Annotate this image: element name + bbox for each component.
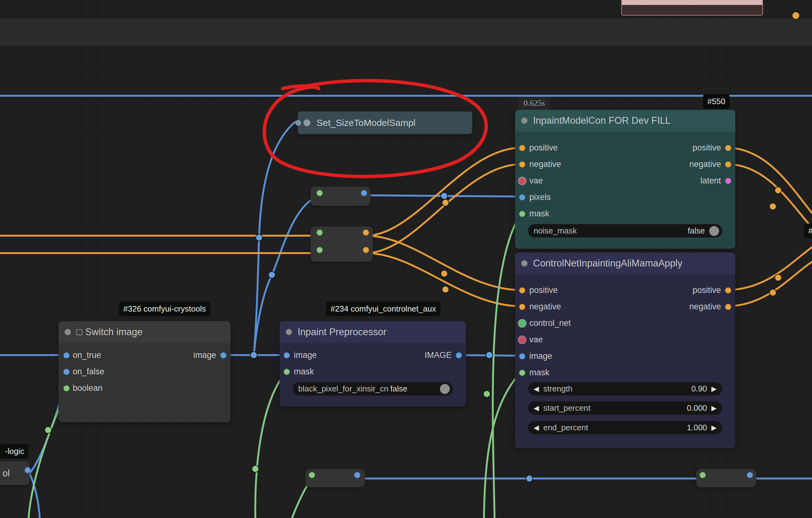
node-editor-canvas[interactable]: Set_SizeToModelSampl 0.625s #550 Inpaint… bbox=[0, 0, 812, 518]
link-dot bbox=[442, 199, 449, 206]
widget-strength[interactable]: ◀ strength 0.90 ▶ bbox=[528, 382, 722, 396]
collapse-dot-icon[interactable] bbox=[303, 119, 310, 126]
node-id-badge: -logic bbox=[0, 444, 29, 459]
wire-reroute-to-inpaint-pos-orange bbox=[366, 148, 522, 236]
wire-reroute-to-inpaint-neg-orange bbox=[366, 164, 522, 253]
node-header[interactable]: InpaintModelCon FOR Dev FILL bbox=[515, 110, 735, 132]
input-port-positive[interactable] bbox=[519, 287, 525, 294]
input-port-boolean[interactable] bbox=[63, 385, 69, 391]
port-row: on_false bbox=[58, 363, 231, 380]
collapse-dot-icon[interactable] bbox=[521, 117, 527, 124]
input-port-control-net[interactable] bbox=[519, 320, 525, 326]
input-port-pixels[interactable] bbox=[519, 194, 525, 200]
port-row: pixels bbox=[515, 189, 735, 206]
node-set-size-to-model-sampler[interactable]: Set_SizeToModelSampl bbox=[298, 111, 472, 134]
port-row: mask bbox=[280, 363, 466, 380]
collapse-dot-icon[interactable] bbox=[521, 260, 527, 267]
reroute-node[interactable] bbox=[311, 187, 370, 206]
output-port-dot[interactable] bbox=[363, 229, 369, 236]
output-port-dot[interactable] bbox=[354, 472, 360, 478]
output-port-dot[interactable] bbox=[363, 247, 369, 253]
partial-node-top-right[interactable] bbox=[621, 0, 763, 16]
node-inpaint-model-conditioning[interactable]: InpaintModelCon FOR Dev FILL positive po… bbox=[515, 110, 735, 249]
wire-cn-neg-out-orange bbox=[727, 262, 812, 306]
node-header[interactable]: ControlNetInpaintingAliMamaApply bbox=[515, 252, 735, 274]
port-row: image IMAGE bbox=[280, 347, 466, 363]
link-dot bbox=[775, 187, 782, 194]
reroute-node-bottom-left[interactable] bbox=[306, 469, 365, 487]
link-dot bbox=[483, 390, 490, 398]
input-port-negative[interactable] bbox=[519, 161, 525, 168]
node-header[interactable]: □ Switch image bbox=[58, 321, 231, 343]
node-header[interactable]: Inpaint Preprocessor bbox=[280, 321, 466, 343]
output-port-positive[interactable] bbox=[725, 145, 731, 151]
node-switch-image[interactable]: □ Switch image on_true image on_false bo… bbox=[58, 321, 231, 422]
output-port-image[interactable] bbox=[456, 352, 462, 358]
input-port-image[interactable] bbox=[284, 352, 290, 358]
widget-black-pixel-toggle[interactable]: black_pixel_for_xinsir_cn false bbox=[293, 382, 453, 396]
node-title: Switch image bbox=[85, 326, 143, 338]
collapse-dot-icon[interactable] bbox=[286, 329, 292, 335]
widget-end-percent[interactable]: ◀ end_percent 1.000 ▶ bbox=[528, 421, 722, 434]
increment-arrow-icon[interactable]: ▶ bbox=[712, 385, 717, 393]
input-port-mask[interactable] bbox=[519, 370, 525, 376]
input-port-mask[interactable] bbox=[519, 211, 525, 217]
link-dot bbox=[45, 427, 52, 433]
node-title: Inpaint Preprocessor bbox=[298, 326, 386, 338]
output-port-image[interactable] bbox=[220, 352, 227, 358]
wire-inpaint-pos-out-orange bbox=[727, 148, 812, 213]
widget-noise-mask[interactable]: noise_mask false bbox=[528, 224, 722, 238]
input-port-negative[interactable] bbox=[519, 304, 525, 310]
input-port-on-true[interactable] bbox=[63, 352, 69, 358]
input-port-image[interactable] bbox=[519, 353, 525, 359]
node-id-badge-partial: # bbox=[804, 223, 812, 238]
increment-arrow-icon[interactable]: ▶ bbox=[712, 424, 717, 432]
wire-switch-to-setsize-blue bbox=[254, 122, 295, 355]
output-port-dot[interactable] bbox=[361, 190, 367, 196]
node-controlnet-inpainting-alimama-apply[interactable]: ControlNetInpaintingAliMamaApply positiv… bbox=[515, 252, 735, 448]
port-row: boolean bbox=[58, 380, 231, 397]
node-inpaint-preprocessor[interactable]: Inpaint Preprocessor image IMAGE mask bl… bbox=[280, 321, 466, 407]
input-port-dot[interactable] bbox=[317, 229, 323, 236]
reroute-node-bottom-right[interactable] bbox=[696, 469, 756, 487]
reroute-node-conditioning[interactable] bbox=[311, 226, 373, 262]
input-port-positive[interactable] bbox=[519, 145, 525, 151]
widget-start-percent[interactable]: ◀ start_percent 0.000 ▶ bbox=[528, 401, 722, 415]
link-dot bbox=[770, 289, 776, 296]
output-port-positive[interactable] bbox=[725, 287, 731, 294]
port-row: mask bbox=[515, 364, 735, 381]
input-port-vae[interactable] bbox=[519, 337, 525, 343]
node-logic-partial[interactable]: ol bbox=[0, 461, 30, 485]
output-port-dot[interactable] bbox=[25, 467, 31, 473]
node-id-badge: #550 bbox=[703, 94, 730, 109]
input-port-dot[interactable] bbox=[317, 247, 323, 253]
link-dot bbox=[442, 286, 449, 293]
increment-arrow-icon[interactable]: ▶ bbox=[712, 404, 717, 412]
input-port-dot[interactable] bbox=[309, 472, 315, 478]
toggle-knob[interactable] bbox=[709, 226, 719, 236]
input-port-on-false[interactable] bbox=[63, 369, 69, 375]
node-title: InpaintModelCon FOR Dev FILL bbox=[533, 115, 671, 126]
decrement-arrow-icon[interactable]: ◀ bbox=[534, 385, 539, 393]
port-row: control_net bbox=[515, 315, 735, 331]
output-port-negative[interactable] bbox=[725, 161, 731, 168]
node-id-badge: #234 comfyui_controlnet_aux bbox=[326, 302, 440, 316]
link-dot bbox=[252, 465, 259, 472]
port-row: positive positive bbox=[515, 282, 735, 299]
port-row: on_true image bbox=[58, 347, 231, 363]
input-port-dot[interactable] bbox=[317, 190, 323, 196]
output-port-negative[interactable] bbox=[725, 304, 731, 310]
decrement-arrow-icon[interactable]: ◀ bbox=[534, 424, 539, 432]
input-port-dot[interactable] bbox=[295, 120, 301, 126]
toggle-knob[interactable] bbox=[440, 384, 450, 394]
output-port-dot[interactable] bbox=[747, 472, 753, 478]
input-port-dot[interactable] bbox=[700, 472, 706, 478]
decrement-arrow-icon[interactable]: ◀ bbox=[534, 404, 539, 412]
collapse-dot-icon[interactable] bbox=[65, 329, 71, 335]
port-row: vae bbox=[515, 331, 735, 348]
canvas-band bbox=[0, 19, 812, 46]
node-id-badge: #326 comfyui-crystools bbox=[119, 302, 210, 316]
input-port-vae[interactable] bbox=[519, 178, 525, 184]
input-port-mask[interactable] bbox=[284, 369, 290, 375]
output-port-latent[interactable] bbox=[725, 178, 731, 184]
